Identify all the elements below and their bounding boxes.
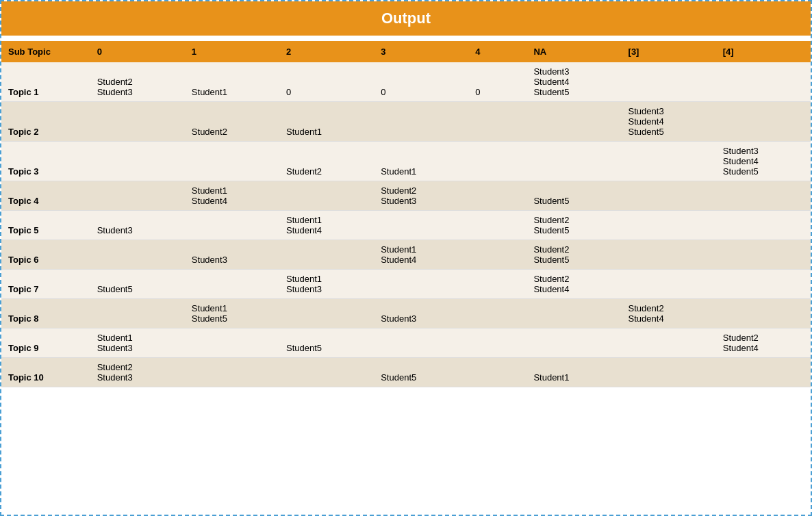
cell-4-col2: Student1 Student4 xyxy=(279,211,374,240)
table-row: Topic 10Student2 Student3Student5Student… xyxy=(1,358,811,387)
cell-6-col2: Student1 Student3 xyxy=(279,270,374,299)
col-header-4: 4 xyxy=(468,41,526,62)
cell-1-col3 xyxy=(374,102,468,142)
cell-7-topic: Topic 8 xyxy=(1,299,90,328)
table-header: Sub Topic 0 1 2 3 4 NA [3] [4] xyxy=(1,41,811,62)
cell-3-col1: Student1 Student4 xyxy=(185,181,279,211)
cell-9-col4b xyxy=(716,358,811,387)
cell-6-col3 xyxy=(374,270,468,299)
cell-1-col4b xyxy=(716,102,811,142)
cell-8-col1 xyxy=(185,328,279,358)
main-container: Output Sub Topic 0 1 2 3 4 NA [3] [4] To… xyxy=(0,0,812,516)
cell-3-col4 xyxy=(468,181,526,211)
cell-1-col0 xyxy=(90,102,185,142)
cell-6-col4 xyxy=(468,270,526,299)
cell-5-col4 xyxy=(468,240,526,270)
cell-4-col4b xyxy=(716,211,811,240)
table-row: Topic 3Student2Student1Student3 Student4… xyxy=(1,142,811,181)
cell-8-topic: Topic 9 xyxy=(1,328,90,358)
cell-8-col0: Student1 Student3 xyxy=(90,328,185,358)
table-row: Topic 9Student1 Student3Student5Student2… xyxy=(1,328,811,358)
cell-5-col3b xyxy=(622,240,716,270)
table-row: Topic 8Student1 Student5Student3Student2… xyxy=(1,299,811,328)
table-row: Topic 2Student2Student1Student3 Student4… xyxy=(1,102,811,142)
cell-5-col3: Student1 Student4 xyxy=(374,240,468,270)
cell-3-col0 xyxy=(90,181,185,211)
cell-3-col3b xyxy=(622,181,716,211)
cell-2-col2: Student2 xyxy=(279,142,374,181)
cell-5-colNA: Student2 Student5 xyxy=(526,240,621,270)
cell-6-col4b xyxy=(716,270,811,299)
cell-8-col3 xyxy=(374,328,468,358)
table-row: Topic 5Student3Student1 Student4Student2… xyxy=(1,211,811,240)
table-row: Topic 7Student5Student1 Student3Student2… xyxy=(1,270,811,299)
cell-5-topic: Topic 6 xyxy=(1,240,90,270)
cell-0-col4b xyxy=(716,62,811,102)
cell-1-col4 xyxy=(468,102,526,142)
cell-6-col3b xyxy=(622,270,716,299)
table-row: Topic 1Student2 Student3Student1000Stude… xyxy=(1,62,811,102)
cell-3-col4b xyxy=(716,181,811,211)
cell-9-col2 xyxy=(279,358,374,387)
cell-0-col4: 0 xyxy=(468,62,526,102)
cell-7-col1: Student1 Student5 xyxy=(185,299,279,328)
cell-7-colNA xyxy=(526,299,621,328)
cell-7-col4b xyxy=(716,299,811,328)
cell-5-col4b xyxy=(716,240,811,270)
col-header-0: 0 xyxy=(90,41,185,62)
cell-7-col3b: Student2 Student4 xyxy=(622,299,716,328)
cell-0-col2: 0 xyxy=(279,62,374,102)
cell-6-colNA: Student2 Student4 xyxy=(526,270,621,299)
cell-1-topic: Topic 2 xyxy=(1,102,90,142)
table-row: Topic 4Student1 Student4Student2 Student… xyxy=(1,181,811,211)
table-row: Topic 6Student3Student1 Student4Student2… xyxy=(1,240,811,270)
cell-9-col0: Student2 Student3 xyxy=(90,358,185,387)
cell-9-colNA: Student1 xyxy=(526,358,621,387)
cell-0-colNA: Student3 Student4 Student5 xyxy=(526,62,621,102)
cell-1-col1: Student2 xyxy=(185,102,279,142)
cell-0-col0: Student2 Student3 xyxy=(90,62,185,102)
spacer xyxy=(1,36,811,41)
cell-0-col3: 0 xyxy=(374,62,468,102)
cell-7-col4 xyxy=(468,299,526,328)
col-header-topic: Sub Topic xyxy=(1,41,90,62)
cell-5-col0 xyxy=(90,240,185,270)
cell-9-col1 xyxy=(185,358,279,387)
col-header-4b: [4] xyxy=(716,41,811,62)
page-title: Output xyxy=(1,1,811,36)
col-header-2: 2 xyxy=(279,41,374,62)
header-row: Sub Topic 0 1 2 3 4 NA [3] [4] xyxy=(1,41,811,62)
cell-6-col1 xyxy=(185,270,279,299)
cell-2-col4b: Student3 Student4 Student5 xyxy=(716,142,811,181)
cell-4-col1 xyxy=(185,211,279,240)
cell-5-col2 xyxy=(279,240,374,270)
cell-7-col0 xyxy=(90,299,185,328)
cell-4-col0: Student3 xyxy=(90,211,185,240)
cell-0-col3b xyxy=(622,62,716,102)
cell-8-col4b: Student2 Student4 xyxy=(716,328,811,358)
output-table: Sub Topic 0 1 2 3 4 NA [3] [4] Topic 1St… xyxy=(1,41,811,387)
cell-3-topic: Topic 4 xyxy=(1,181,90,211)
col-header-na: NA xyxy=(526,41,621,62)
cell-8-colNA xyxy=(526,328,621,358)
cell-0-col1: Student1 xyxy=(185,62,279,102)
col-header-3: 3 xyxy=(374,41,468,62)
cell-3-colNA: Student5 xyxy=(526,181,621,211)
cell-2-col3: Student1 xyxy=(374,142,468,181)
cell-6-topic: Topic 7 xyxy=(1,270,90,299)
cell-9-topic: Topic 10 xyxy=(1,358,90,387)
cell-9-col3b xyxy=(622,358,716,387)
cell-4-colNA: Student2 Student5 xyxy=(526,211,621,240)
cell-6-col0: Student5 xyxy=(90,270,185,299)
cell-1-col3b: Student3 Student4 Student5 xyxy=(622,102,716,142)
cell-8-col4 xyxy=(468,328,526,358)
col-header-1: 1 xyxy=(185,41,279,62)
col-header-3b: [3] xyxy=(622,41,716,62)
cell-4-col3b xyxy=(622,211,716,240)
cell-1-colNA xyxy=(526,102,621,142)
cell-4-col3 xyxy=(374,211,468,240)
cell-2-col0 xyxy=(90,142,185,181)
cell-2-col3b xyxy=(622,142,716,181)
table-body: Topic 1Student2 Student3Student1000Stude… xyxy=(1,62,811,387)
cell-8-col3b xyxy=(622,328,716,358)
